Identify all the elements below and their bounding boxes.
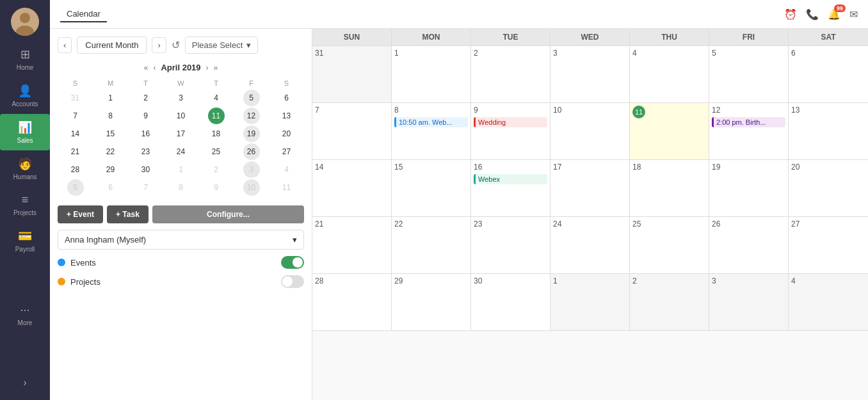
mini-cal-day[interactable]: 14 <box>67 125 84 142</box>
cal-cell[interactable]: 20 <box>789 160 868 216</box>
mini-cal-day[interactable]: 7 <box>67 108 84 124</box>
cal-cell[interactable]: 810:50 am. Web... <box>392 103 471 159</box>
cal-cell[interactable]: 2 <box>630 274 709 330</box>
cal-cell[interactable]: 17 <box>551 160 630 216</box>
mini-cal-day[interactable]: 28 <box>67 161 84 178</box>
mini-cal-day[interactable]: 9 <box>208 179 225 196</box>
cal-cell[interactable]: 19 <box>709 160 789 216</box>
cal-cell[interactable]: 4 <box>630 46 709 102</box>
configure-btn[interactable]: Configure... <box>152 205 304 223</box>
mini-cal-day[interactable]: 18 <box>208 125 225 142</box>
sidebar-expand-btn[interactable]: › <box>0 371 50 395</box>
mini-cal-day[interactable]: 3 <box>173 90 189 106</box>
sidebar-item-sales[interactable]: 📊 Sales <box>0 114 50 150</box>
mini-prev-btn[interactable]: ‹ <box>153 63 156 72</box>
mini-cal-day[interactable]: 11 <box>278 179 295 196</box>
sidebar-item-payroll[interactable]: 💳 Payroll <box>0 223 50 259</box>
mini-cal-day[interactable]: 6 <box>278 90 295 106</box>
cal-cell[interactable]: 3 <box>709 274 789 330</box>
cal-cell[interactable]: 3 <box>551 46 630 102</box>
mini-cal-day[interactable]: 15 <box>102 125 119 142</box>
mini-cal-day[interactable]: 13 <box>278 108 295 124</box>
mini-cal-day[interactable]: 1 <box>102 90 119 106</box>
mini-cal-day[interactable]: 19 <box>243 125 260 142</box>
mini-next-btn[interactable]: › <box>206 63 209 72</box>
mini-cal-day[interactable]: 23 <box>138 143 154 160</box>
cal-cell[interactable]: 27 <box>789 217 868 273</box>
cal-cell[interactable]: 4 <box>789 274 868 330</box>
mini-cal-day[interactable]: 5 <box>243 90 260 106</box>
add-event-btn[interactable]: + Event <box>58 205 103 223</box>
mini-cal-day[interactable]: 8 <box>173 179 189 196</box>
sidebar-item-home[interactable]: ⊞ Home <box>0 41 50 77</box>
refresh-btn[interactable]: ↺ <box>172 39 180 51</box>
history-icon[interactable]: ⏰ <box>784 8 797 20</box>
mini-cal-day[interactable]: 20 <box>278 125 295 142</box>
cal-cell[interactable]: 10 <box>551 103 630 159</box>
mini-cal-day[interactable]: 4 <box>208 90 225 106</box>
mini-cal-day[interactable]: 3 <box>243 161 260 178</box>
mini-cal-day[interactable]: 9 <box>138 108 154 124</box>
mini-cal-day[interactable]: 24 <box>173 143 189 160</box>
cal-cell[interactable]: 15 <box>392 160 471 216</box>
cal-cell[interactable]: 22 <box>392 217 471 273</box>
mini-cal-day[interactable]: 5 <box>67 179 84 196</box>
avatar[interactable] <box>11 8 39 36</box>
cal-cell[interactable]: 9Wedding <box>471 103 551 159</box>
cal-cell[interactable]: 26 <box>709 217 789 273</box>
mini-cal-day[interactable]: 29 <box>102 161 119 178</box>
mini-cal-day[interactable]: 21 <box>67 143 84 160</box>
cal-cell[interactable]: 7 <box>312 103 392 159</box>
filter-dropdown[interactable]: Please Select ▾ <box>185 36 259 54</box>
events-toggle[interactable] <box>281 256 304 269</box>
calendar-event[interactable]: 2:00 pm. Birth... <box>712 117 785 127</box>
mini-cal-day[interactable]: 12 <box>243 108 260 124</box>
mini-cal-day[interactable]: 10 <box>173 108 189 124</box>
cal-cell[interactable]: 24 <box>551 217 630 273</box>
mini-cal-day[interactable]: 16 <box>138 125 154 142</box>
cal-cell[interactable]: 25 <box>630 217 709 273</box>
cal-cell[interactable]: 23 <box>471 217 551 273</box>
mini-cal-day[interactable]: 11 <box>208 108 225 124</box>
projects-toggle[interactable] <box>281 275 304 288</box>
mini-cal-day[interactable]: 22 <box>102 143 119 160</box>
cal-cell[interactable]: 29 <box>392 274 471 330</box>
cal-cell[interactable]: 28 <box>312 274 392 330</box>
mini-cal-day[interactable]: 2 <box>138 90 154 106</box>
sidebar-item-humans[interactable]: 🧑 Humans <box>0 150 50 187</box>
email-icon[interactable]: ✉ <box>849 8 858 20</box>
next-month-btn[interactable]: › <box>152 37 166 53</box>
tab-calendar[interactable]: Calendar <box>60 6 107 22</box>
cal-cell[interactable]: 13 <box>789 103 868 159</box>
cal-cell[interactable]: 30 <box>471 274 551 330</box>
cal-cell[interactable]: 5 <box>709 46 789 102</box>
mini-cal-day[interactable]: 26 <box>243 143 260 160</box>
sidebar-item-more[interactable]: ··· More <box>0 297 50 333</box>
cal-cell[interactable]: 1 <box>392 46 471 102</box>
mini-cal-day[interactable]: 6 <box>102 179 119 196</box>
mini-cal-day[interactable]: 17 <box>173 125 189 142</box>
mini-cal-day[interactable]: 10 <box>243 179 260 196</box>
mini-next-next-btn[interactable]: » <box>214 63 218 72</box>
mini-cal-day[interactable]: 27 <box>278 143 295 160</box>
cal-cell[interactable]: 14 <box>312 160 392 216</box>
mini-cal-day[interactable]: 7 <box>138 179 154 196</box>
mini-cal-day[interactable]: 4 <box>278 161 295 178</box>
cal-cell[interactable]: 21 <box>312 217 392 273</box>
sidebar-item-projects[interactable]: ≡ Projects <box>0 187 50 223</box>
current-month-btn[interactable]: Current Month <box>77 36 147 54</box>
add-task-btn[interactable]: + Task <box>107 205 149 223</box>
mini-cal-day[interactable]: 30 <box>138 161 154 178</box>
prev-month-btn[interactable]: ‹ <box>58 37 72 53</box>
mini-cal-day[interactable]: 31 <box>67 90 84 106</box>
cal-cell[interactable]: 31 <box>312 46 392 102</box>
calendar-event[interactable]: 10:50 am. Web... <box>394 117 468 127</box>
calendar-event[interactable]: Webex <box>474 174 547 184</box>
sidebar-item-accounts[interactable]: 👤 Accounts <box>0 77 50 114</box>
cal-cell[interactable]: 18 <box>630 160 709 216</box>
notification-icon[interactable]: 🔔 99 <box>828 8 840 20</box>
mini-cal-day[interactable]: 1 <box>173 161 189 178</box>
cal-cell[interactable]: 11 <box>630 103 709 159</box>
phone-icon[interactable]: 📞 <box>806 8 819 20</box>
cal-cell[interactable]: 6 <box>789 46 868 102</box>
